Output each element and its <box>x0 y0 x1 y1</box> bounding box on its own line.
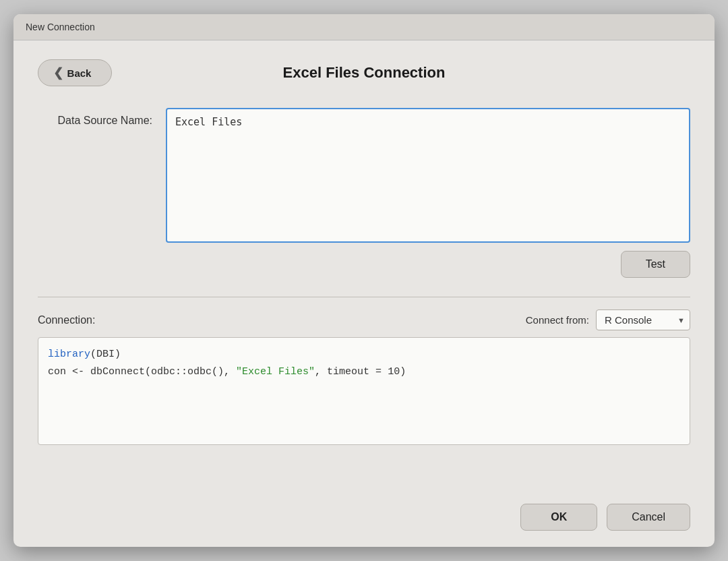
code-default-1: (DBI) <box>90 349 121 360</box>
test-button[interactable]: Test <box>621 251 690 278</box>
connection-label: Connection: <box>38 314 95 326</box>
datasource-input-area: Excel Files Test <box>166 108 690 278</box>
code-timeout: timeout <box>327 366 369 378</box>
connect-from-select-wrapper: R Console R Script Shiny <box>596 309 690 330</box>
code-area-wrapper: library(DBI) con <- dbConnect(odbc::odbc… <box>38 337 690 445</box>
code-equals: = <box>369 366 388 378</box>
code-default-2: con <- dbConnect(odbc::odbc(), <box>48 366 236 378</box>
code-line-1: library(DBI) <box>48 346 680 363</box>
connection-section: Connection: Connect from: R Console R Sc… <box>38 309 690 445</box>
connect-from-label: Connect from: <box>526 314 589 326</box>
library-keyword: library <box>48 349 90 360</box>
datasource-textarea[interactable]: Excel Files <box>166 108 690 243</box>
header-row: ❮ Back Excel Files Connection <box>38 59 690 86</box>
connection-header: Connection: Connect from: R Console R Sc… <box>38 309 690 330</box>
string-excel-files: "Excel Files" <box>236 366 315 378</box>
code-number: 10) <box>388 366 406 378</box>
code-line-2: con <- dbConnect(odbc::odbc(), "Excel Fi… <box>48 363 680 381</box>
title-bar: New Connection <box>13 14 715 40</box>
ok-button[interactable]: OK <box>520 504 597 531</box>
datasource-field-row: Data Source Name: Excel Files Test <box>38 108 690 278</box>
code-area: library(DBI) con <- dbConnect(odbc::odbc… <box>38 337 690 445</box>
dialog-content: ❮ Back Excel Files Connection Data Sourc… <box>13 40 715 492</box>
code-default-3: , <box>315 366 327 378</box>
datasource-label: Data Source Name: <box>38 108 152 127</box>
connect-from-select[interactable]: R Console R Script Shiny <box>596 309 690 330</box>
section-divider <box>38 297 690 297</box>
cancel-button[interactable]: Cancel <box>607 504 690 531</box>
dialog-title: Excel Files Connection <box>38 64 690 82</box>
connect-from-row: Connect from: R Console R Script Shiny <box>526 309 690 330</box>
dialog: New Connection ❮ Back Excel Files Connec… <box>13 14 715 547</box>
title-bar-text: New Connection <box>26 22 95 32</box>
bottom-buttons: OK Cancel <box>13 492 715 547</box>
form-section: Data Source Name: Excel Files Test <box>38 108 690 278</box>
